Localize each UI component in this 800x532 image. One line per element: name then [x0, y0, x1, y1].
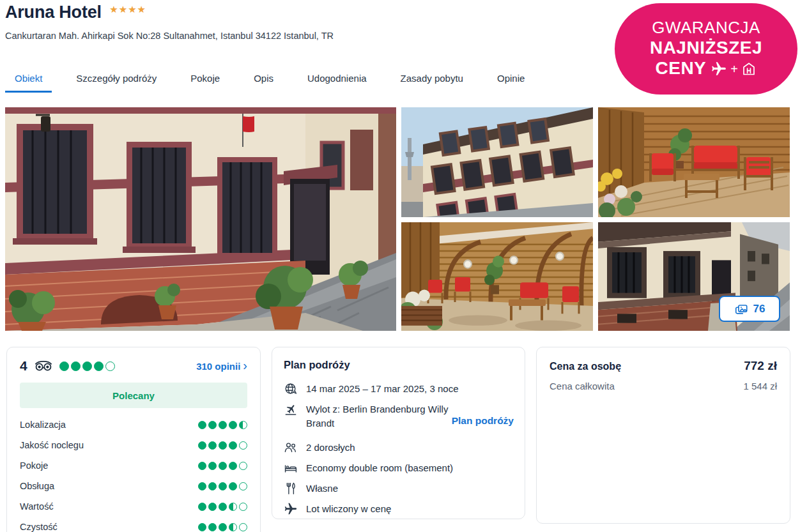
- trip-flight-included: Lot wliczony w cenę: [306, 502, 391, 516]
- rating-row-jakosc-noclegu: Jakość noclegu: [20, 435, 247, 455]
- rating-row-wartosc: Wartość: [20, 496, 247, 517]
- tab-opinie[interactable]: Opinie: [488, 66, 534, 93]
- rating-dots: [198, 421, 247, 429]
- reviews-link-label: 310 opinii: [196, 361, 240, 372]
- trip-row-dates: 14 mar 2025 – 17 mar 2025, 3 noce: [284, 379, 513, 399]
- page-title: Aruna Hotel: [5, 3, 102, 22]
- price-total-value: 1 544 zł: [743, 381, 777, 391]
- people-icon: [284, 441, 298, 455]
- gallery-photo-courtyard[interactable]: [401, 222, 593, 331]
- photo-count: 76: [753, 303, 765, 315]
- rating-row-label: Czystość: [20, 522, 58, 532]
- trip-row-room: Economy double room (basement): [284, 458, 513, 478]
- hotel-details-page: Aruna Hotel ★★★★ Cankurtaran Mah. Ahirka…: [0, 0, 800, 532]
- guarantee-icons: +: [711, 61, 757, 77]
- trip-plan-card: Plan podróży 14 mar 2025 – 17 mar 2025, …: [272, 347, 525, 519]
- price-per-person-value: 772 zł: [744, 359, 777, 373]
- photos-icon: [734, 302, 748, 316]
- rating-dots: [198, 482, 247, 490]
- photo-gallery: [5, 107, 790, 331]
- photo-count-button[interactable]: 76: [719, 296, 780, 322]
- plane-departure-icon: [284, 402, 298, 416]
- trip-row-guests: 2 dorosłych: [284, 437, 513, 458]
- lowest-price-guarantee-badge: GWARANCJA NAJNIŻSZEJ CENY +: [615, 3, 797, 95]
- rating-dots: [198, 462, 247, 470]
- rating-row-label: Pokoje: [20, 460, 48, 471]
- rating-row-lokalizacja: Lokalizacja: [20, 414, 247, 435]
- cutlery-icon: [284, 482, 298, 496]
- rating-dots-overall: [59, 361, 115, 371]
- gallery-photo-main-facade[interactable]: [5, 107, 396, 331]
- rating-dots: [198, 523, 247, 531]
- tab-obiekt[interactable]: Obiekt: [5, 66, 52, 93]
- rating-row-pokoje: Pokoje: [20, 455, 247, 476]
- trip-plan-title: Plan podróży: [284, 359, 513, 371]
- rating-row-label: Obsługa: [20, 481, 54, 491]
- rating-categories: Lokalizacja Jakość noclegu Pokoje Obsług…: [20, 414, 247, 532]
- recommended-badge: Polecany: [20, 383, 247, 408]
- rating-dots: [198, 441, 247, 450]
- chevron-right-icon: ›: [243, 359, 247, 372]
- gallery-photo-patio-furniture[interactable]: [598, 107, 790, 217]
- plane-icon: [711, 61, 727, 77]
- globe-icon: [284, 382, 298, 396]
- rating-card: 4 310 opinii › Polecany Lokali: [6, 347, 261, 532]
- guarantee-line2: NAJNIŻSZEJ: [650, 38, 762, 58]
- guarantee-line3: CENY: [656, 58, 707, 79]
- trip-row-board: Własne: [284, 478, 513, 499]
- hotel-stars-icon: ★★★★: [109, 4, 146, 15]
- tab-pokoje[interactable]: Pokoje: [181, 66, 229, 93]
- rating-row-label: Lokalizacja: [20, 420, 66, 430]
- reviews-link[interactable]: 310 opinii ›: [196, 360, 247, 372]
- rating-row-label: Jakość noclegu: [20, 440, 84, 450]
- trip-plan-link[interactable]: Plan podróży: [452, 415, 514, 427]
- bed-icon: [284, 461, 298, 475]
- summary-cards: 4 310 opinii › Polecany Lokali: [6, 347, 790, 532]
- rating-dots: [198, 503, 247, 511]
- tab-szczegoly-podrozy[interactable]: Szczegóły podróży: [66, 66, 166, 93]
- plus-sign: +: [730, 62, 738, 77]
- gallery-photo-facade-angle[interactable]: [401, 107, 593, 217]
- price-card: Cena za osobę 772 zł Cena całkowita 1 54…: [536, 347, 790, 524]
- trip-dates: 14 mar 2025 – 17 mar 2025, 3 noce: [306, 382, 459, 396]
- price-per-person-label: Cena za osobę: [550, 361, 621, 372]
- hotel-house-icon: [741, 61, 757, 77]
- price-total-label: Cena całkowita: [550, 381, 615, 391]
- tab-zasady-pobytu[interactable]: Zasady pobytu: [391, 66, 473, 93]
- rating-row-czystosc: Czystość: [20, 517, 247, 532]
- trip-room: Economy double room (basement): [306, 461, 453, 475]
- trip-guests: 2 dorosłych: [306, 441, 355, 455]
- rating-row-label: Wartość: [20, 501, 54, 512]
- trip-row-flight-included: Lot wliczony w cenę: [284, 499, 513, 519]
- trip-departure: Wylot z: Berlin Brandenburg Willy Brandt: [306, 402, 454, 430]
- rating-row-obsluga: Obsługa: [20, 476, 247, 496]
- hotel-address: Cankurtaran Mah. Ahirkapi Sok No:28 Sult…: [5, 31, 334, 41]
- trip-board: Własne: [306, 482, 338, 496]
- tripadvisor-icon: [34, 359, 53, 373]
- tab-opis[interactable]: Opis: [244, 66, 283, 93]
- hotel-header: Aruna Hotel ★★★★: [5, 3, 146, 22]
- tab-bar: Obiekt Szczegóły podróży Pokoje Opis Udo…: [5, 66, 534, 93]
- rating-score: 4: [20, 358, 27, 374]
- tab-udogodnienia[interactable]: Udogodnienia: [298, 66, 376, 93]
- guarantee-line1: GWARANCJA: [652, 19, 760, 38]
- plane-icon: [284, 502, 298, 516]
